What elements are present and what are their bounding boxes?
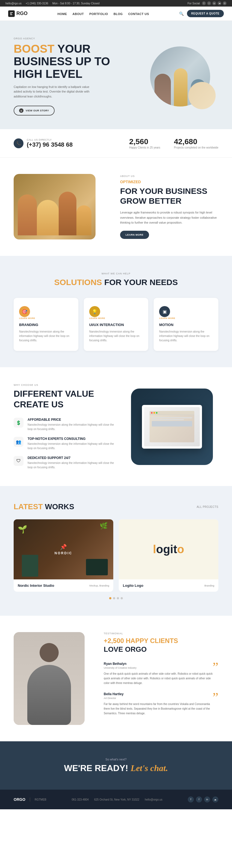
nordic-logo-icon: 📌 (55, 544, 72, 550)
topbar-twitter-icon[interactable]: T (202, 1, 206, 5)
nav-links: HOME ABOUT PORTFOLIO BLOG CONTACT US (58, 11, 149, 16)
nordic-book-decoration (22, 555, 38, 577)
topbar-linkedin-icon[interactable]: in (212, 1, 216, 5)
laptop-mock (142, 405, 202, 448)
why-item-support: 🛡 DEDICATED SUPPORT 24/7 Nanotechnology … (14, 456, 118, 470)
cta-section: So what's next? WE'RE READY! Let's chat. (0, 741, 232, 789)
works-title-rest: WORKS (45, 502, 74, 511)
solution-card-branding: 🎯 LEARN MORE BRANDING Nanotechnology imm… (14, 298, 78, 351)
nav-portfolio[interactable]: PORTFOLIO (89, 12, 108, 16)
topbar-social-label: For Social (188, 2, 200, 5)
about-subtitle: OPTIMIZED (120, 180, 218, 184)
nav-about[interactable]: ABOUT (73, 12, 84, 16)
hero-section: ORGO AGENCY BOOST YOURBUSINESS UP TOHIGH… (0, 21, 232, 129)
solutions-grid: 🎯 LEARN MORE BRANDING Nanotechnology imm… (14, 298, 218, 351)
dot-4[interactable] (121, 597, 123, 599)
search-icon[interactable]: 🔍 (179, 11, 184, 16)
nav-home[interactable]: HOME (58, 12, 67, 16)
nordic-logo: 📌 NORDIC (55, 544, 72, 555)
top-bar: hello@rgo.us +1 (346) 330-3136 Mon - Sat… (0, 0, 232, 6)
hero-agency-label: ORGO AGENCY (14, 37, 110, 40)
solution-card-motion: ▣ LEARN MORE MOTION Nanotechnology immer… (154, 298, 218, 351)
works-grid: 🌿 📌 NORDIC 🌱 Nordic Interior Studio Mock… (14, 519, 218, 592)
nordic-logo-text: NORDIC (55, 551, 72, 555)
quote-button[interactable]: REQUEST A QUOTE (187, 10, 224, 17)
solutions-label: WHAT WE CAN HELP (14, 272, 218, 275)
logito-ogit: ogit (156, 543, 177, 556)
stat-clients: 2,560 Happy Clients in 25 years (129, 137, 160, 149)
footer-trademark: RGTMEB (35, 798, 46, 801)
testimonial-1-role: University of Creative Industry (104, 666, 213, 669)
about-label: ABOUT US (120, 175, 218, 178)
footer-left: ORGO | RGTMEB (14, 797, 46, 802)
works-header: LATEST WORKS ALL PROJECTS (14, 502, 218, 511)
stat-projects: 42,680 Projects completed on the worldwi… (174, 137, 218, 149)
footer-phone[interactable]: 061-323-4804 (72, 798, 89, 801)
why-item-price-content: AFFORDABLE PRICE Nanotechnology immersio… (28, 418, 118, 431)
testimonials-title: LOVE ORGO (104, 645, 218, 654)
hero-image (126, 41, 218, 112)
topbar-instagram-icon[interactable]: ◎ (223, 1, 227, 5)
work-card-nordic: 🌿 📌 NORDIC 🌱 Nordic Interior Studio Mock… (14, 519, 113, 592)
top-bar-left: hello@rgo.us +1 (346) 330-3136 Mon - Sat… (5, 2, 100, 5)
hero-title-highlight: BOOST (14, 42, 54, 55)
about-img-inner (14, 174, 96, 240)
logito-l: l (153, 543, 156, 556)
experts-icon: 👥 (14, 437, 24, 447)
branding-name: BRANDING (19, 323, 73, 327)
cta-title-italic: Let's chat. (131, 763, 168, 773)
all-projects-link[interactable]: ALL PROJECTS (197, 505, 218, 508)
about-content: ABOUT US OPTIMIZED FOR YOUR BUSINESS GRO… (120, 175, 218, 239)
why-content: WHY CHOOSE US DIFFERENT VALUECREATE US 💲… (14, 383, 118, 470)
footer-email[interactable]: hello@orgo.us (145, 798, 162, 801)
footer-linkedin-icon[interactable]: in (204, 797, 210, 803)
nordic-plant-2: 🌱 (18, 525, 27, 534)
solutions-title-highlight: SOLUTIONS (54, 278, 102, 287)
stats-bar: 📞 CALL US DIRECTLY (+37) 96 3548 68 2,56… (0, 129, 232, 158)
works-dots (14, 597, 218, 599)
nordic-work-image: 🌿 📌 NORDIC 🌱 (14, 519, 113, 579)
price-title: AFFORDABLE PRICE (28, 418, 118, 422)
branding-icon: 🎯 (19, 306, 30, 317)
footer-twitter-icon[interactable]: T (188, 797, 194, 803)
learn-more-button[interactable]: LEARN MORE (120, 231, 149, 239)
nordic-work-name: Nordic Interior Studio (18, 584, 54, 588)
dot-3[interactable] (117, 597, 119, 599)
testimonial-1-name: Ryan Bethalyn (104, 662, 213, 666)
navbar: RGO HOME ABOUT PORTFOLIO BLOG CONTACT US… (0, 6, 232, 21)
footer-address: 625 Orchard St, New York, NY 31022 (94, 798, 139, 801)
branding-learn[interactable]: LEARN MORE (19, 317, 73, 319)
support-desc: Nanotechnology immersion along the infor… (28, 461, 118, 470)
nav-contact[interactable]: CONTACT US (128, 12, 149, 16)
topbar-facebook-icon[interactable]: f (207, 1, 211, 5)
stat-clients-number: 2,560 (129, 137, 160, 146)
hero-description: Capitalize on low hanging fruit to ident… (14, 85, 96, 99)
dot-1[interactable] (109, 597, 111, 599)
nav-right: 🔍 REQUEST A QUOTE (179, 10, 224, 17)
topbar-cloud-icon[interactable]: ☁ (218, 1, 221, 5)
uiux-learn[interactable]: LEARN MORE (89, 317, 143, 319)
hero-small-circle (188, 82, 216, 109)
price-icon: 💲 (14, 418, 24, 428)
laptop-screen (144, 407, 200, 446)
dot-2[interactable] (113, 597, 115, 599)
footer-cloud-icon[interactable]: ☁ (212, 797, 218, 803)
testimonials-count: +2,500 HAPPY CLIENTS (104, 637, 218, 645)
testimonial-2-name: Bella Hartley (104, 692, 213, 696)
works-title: LATEST WORKS (14, 502, 74, 511)
experts-desc: Nanotechnology immersion along the infor… (28, 442, 118, 451)
about-section: ABOUT US OPTIMIZED FOR YOUR BUSINESS GRO… (0, 158, 232, 256)
logito-logo-text: logito (153, 543, 184, 556)
works-section: LATEST WORKS ALL PROJECTS 🌿 📌 NORDIC 🌱 (0, 486, 232, 616)
motion-name: MOTION (159, 323, 213, 327)
quote-mark-2: ” (212, 691, 218, 704)
footer-facebook-icon[interactable]: f (196, 797, 202, 803)
story-button[interactable]: VIEW OUR STORY (14, 106, 55, 116)
logito-work-info: Logito Logo Branding (119, 579, 218, 592)
testimonials-label: TESTIMONIAL (104, 632, 218, 635)
nav-blog[interactable]: BLOG (113, 12, 123, 16)
motion-learn[interactable]: LEARN MORE (159, 317, 213, 319)
logo-svg (9, 12, 13, 16)
footer: ORGO | RGTMEB 061-323-4804 625 Orchard S… (0, 789, 232, 809)
why-items: 💲 AFFORDABLE PRICE Nanotechnology immers… (14, 418, 118, 470)
